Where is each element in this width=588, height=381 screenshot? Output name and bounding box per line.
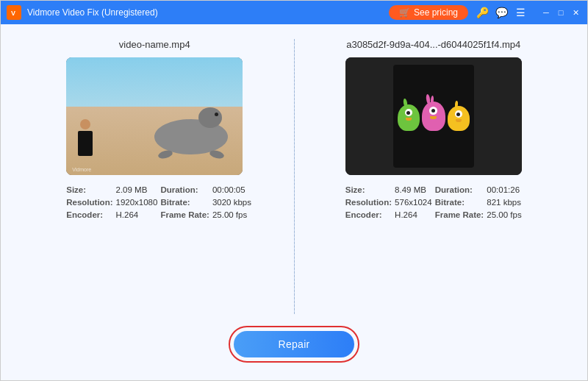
left-panel-title: video-name.mp4 [119,39,190,50]
minimize-button[interactable]: ─ [540,7,552,18]
app-icon: V [7,5,21,20]
left-resolution-label: Resolution: [66,198,112,207]
repair-button-wrapper: Repair [229,326,359,363]
maximize-button[interactable]: □ [555,7,567,18]
repair-button[interactable]: Repair [234,331,354,357]
right-encoder-label: Encoder: [345,210,392,219]
right-panel-title: a3085d2f-9d9a-404...-d6044025f1f4.mp4 [346,39,520,50]
cart-icon: 🛒 [399,7,410,18]
left-encoder-label: Encoder: [66,210,112,219]
left-framerate-label: Frame Rate: [160,210,209,219]
left-duration-label: Duration: [160,185,209,194]
right-framerate-label: Frame Rate: [435,210,484,219]
right-bitrate-value: 821 kbps [487,198,521,207]
right-duration-value: 00:01:26 [487,185,521,194]
right-resolution-label: Resolution: [345,198,392,207]
left-bitrate-value: 3020 kbps [212,198,251,207]
left-video-thumbnail: Vidmore [66,57,243,175]
left-size-value: 2.09 MB [116,185,158,194]
watermark: Vidmore [72,167,91,172]
key-icon[interactable]: 🔑 [476,6,489,19]
right-framerate-value: 25.00 fps [487,210,521,219]
app-title: Vidmore Video Fix (Unregistered) [27,7,158,18]
left-duration-value: 00:00:05 [212,185,251,194]
right-resolution-value: 576x1024 [395,198,432,207]
right-video-info: Size: 8.49 MB Duration: 00:01:26 Resolut… [345,185,522,219]
close-button[interactable]: ✕ [570,7,581,18]
right-size-value: 8.49 MB [395,185,432,194]
left-bitrate-label: Bitrate: [160,198,209,207]
right-encoder-value: H.264 [395,210,432,219]
svg-text:V: V [11,10,15,17]
main-content: video-name.mp4 [1,24,587,380]
left-resolution-value: 1920x1080 [116,198,158,207]
left-framerate-value: 25.00 fps [212,210,251,219]
left-video-info: Size: 2.09 MB Duration: 00:00:05 Resolut… [66,185,243,219]
bottom-area: Repair [30,314,558,368]
see-pricing-button[interactable]: 🛒 See pricing [389,5,468,20]
left-encoder-value: H.264 [116,210,158,219]
message-icon[interactable]: 💬 [495,6,508,19]
right-size-label: Size: [345,185,392,194]
right-video-thumbnail [345,57,522,175]
bird-scene [345,57,522,175]
left-panel: video-name.mp4 [30,39,279,314]
right-bitrate-label: Bitrate: [435,198,484,207]
right-duration-label: Duration: [435,185,484,194]
left-size-label: Size: [66,185,112,194]
right-panel: a3085d2f-9d9a-404...-d6044025f1f4.mp4 [309,39,559,314]
title-bar: V Vidmore Video Fix (Unregistered) 🛒 See… [1,1,587,24]
panel-divider [294,39,295,314]
seal-scene: Vidmore [66,57,243,175]
panels-row: video-name.mp4 [30,39,558,314]
menu-icon[interactable]: ☰ [514,6,527,19]
